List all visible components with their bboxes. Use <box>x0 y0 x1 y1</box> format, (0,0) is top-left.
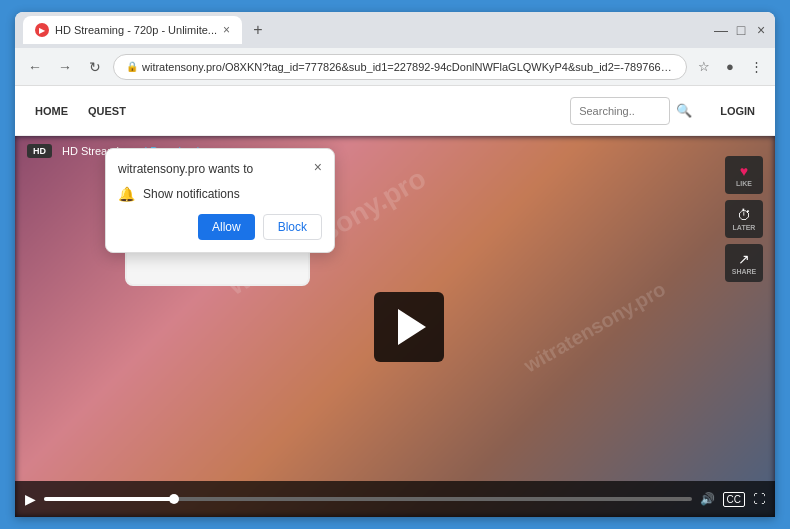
reload-button[interactable]: ↻ <box>83 55 107 79</box>
minimize-button[interactable]: — <box>715 24 727 36</box>
tab-bar: ▶ HD Streaming - 720p - Unlimite... × + <box>23 12 715 48</box>
video-controls: ▶ 🔊 CC ⛶ <box>15 481 775 517</box>
search-icon[interactable]: 🔍 <box>676 103 692 118</box>
close-button[interactable]: × <box>755 24 767 36</box>
like-button[interactable]: ♥ LIKE <box>725 156 763 194</box>
site-nav-links: QUEST <box>88 105 550 117</box>
cc-button[interactable]: CC <box>723 492 745 507</box>
progress-bar[interactable] <box>44 497 692 501</box>
block-button[interactable]: Block <box>263 214 322 240</box>
maximize-button[interactable]: □ <box>735 24 747 36</box>
share-icon: ↗ <box>738 251 750 267</box>
later-label: LATER <box>733 224 756 231</box>
tab-title: HD Streaming - 720p - Unlimite... <box>55 24 217 36</box>
popup-header: witratensony.pro wants to × <box>118 161 322 178</box>
active-tab[interactable]: ▶ HD Streaming - 720p - Unlimite... × <box>23 16 242 44</box>
like-label: LIKE <box>736 180 752 187</box>
tab-close-icon[interactable]: × <box>223 23 230 37</box>
popup-title: witratensony.pro wants to <box>118 161 253 178</box>
site-content: HOME QUEST 🔍 LOGIN witratensony.pro witr… <box>15 86 775 517</box>
lock-icon: 🔒 <box>126 61 138 72</box>
allow-button[interactable]: Allow <box>198 214 255 240</box>
progress-fill <box>44 497 174 501</box>
popup-buttons: Allow Block <box>118 214 322 240</box>
bookmark-icon[interactable]: ☆ <box>693 56 715 78</box>
popup-close-button[interactable]: × <box>314 159 322 175</box>
fullscreen-button[interactable]: ⛶ <box>753 492 765 506</box>
account-icon[interactable]: ● <box>719 56 741 78</box>
forward-button[interactable]: → <box>53 55 77 79</box>
login-button[interactable]: LOGIN <box>720 105 755 117</box>
address-bar: ← → ↻ 🔒 witratensony.pro/O8XKN?tag_id=77… <box>15 48 775 86</box>
url-field[interactable]: 🔒 witratensony.pro/O8XKN?tag_id=777826&s… <box>113 54 687 80</box>
play-container <box>374 292 444 362</box>
new-tab-button[interactable]: + <box>246 18 270 42</box>
menu-icon[interactable]: ⋮ <box>745 56 767 78</box>
share-button[interactable]: ↗ SHARE <box>725 244 763 282</box>
later-icon: ⏱ <box>737 207 751 223</box>
title-bar: ▶ HD Streaming - 720p - Unlimite... × + … <box>15 12 775 48</box>
back-button[interactable]: ← <box>23 55 47 79</box>
site-navbar: HOME QUEST 🔍 LOGIN <box>15 86 775 136</box>
search-input[interactable] <box>570 97 670 125</box>
play-icon <box>398 309 426 345</box>
side-actions: ♥ LIKE ⏱ LATER ↗ SHARE <box>725 156 763 282</box>
tab-favicon: ▶ <box>35 23 49 37</box>
window-controls: — □ × <box>715 24 767 36</box>
bell-icon: 🔔 <box>118 186 135 202</box>
nav-home[interactable]: HOME <box>35 105 68 117</box>
popup-notification-row: 🔔 Show notifications <box>118 186 322 202</box>
hd-badge: HD <box>27 144 52 158</box>
progress-thumb <box>169 494 179 504</box>
notification-popup: witratensony.pro wants to × 🔔 Show notif… <box>105 148 335 253</box>
toolbar-icons: ☆ ● ⋮ <box>693 56 767 78</box>
controls-play-button[interactable]: ▶ <box>25 491 36 507</box>
volume-icon[interactable]: 🔊 <box>700 492 715 506</box>
share-label: SHARE <box>732 268 757 275</box>
url-text: witratensony.pro/O8XKN?tag_id=777826&sub… <box>142 61 674 73</box>
nav-request[interactable]: QUEST <box>88 105 126 117</box>
play-button[interactable] <box>374 292 444 362</box>
show-notifications-text: Show notifications <box>143 187 240 201</box>
like-icon: ♥ <box>740 163 748 179</box>
later-button[interactable]: ⏱ LATER <box>725 200 763 238</box>
site-search: 🔍 <box>570 97 692 125</box>
